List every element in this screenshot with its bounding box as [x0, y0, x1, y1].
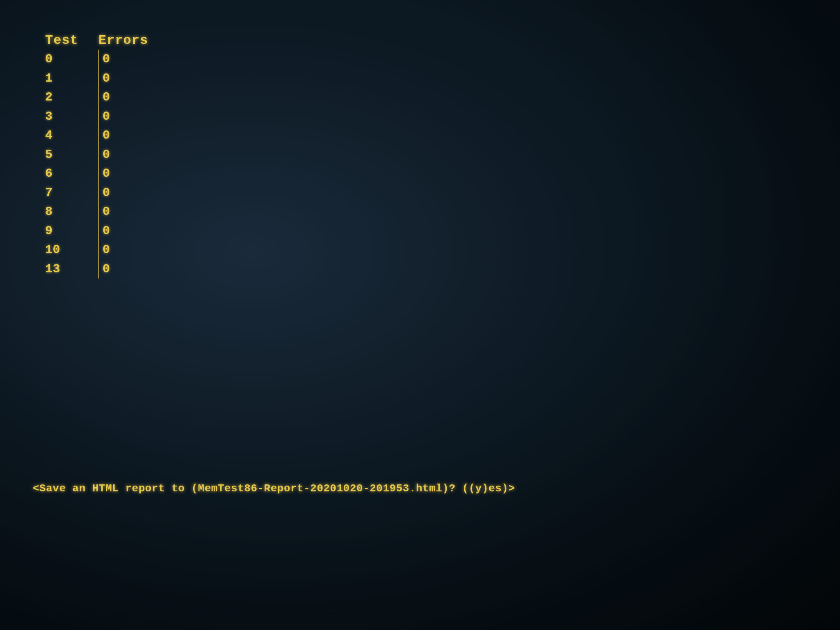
table-row: 0 [103, 202, 164, 221]
table-row: 3 [45, 107, 98, 126]
terminal-output: Test Errors 01234567891013 000000000000 [45, 33, 164, 278]
table-row: 0 [103, 107, 164, 126]
table-body: 01234567891013 000000000000 [45, 50, 164, 278]
table-row: 7 [45, 183, 98, 203]
table-row: 0 [103, 69, 164, 88]
table-row: 0 [103, 126, 164, 145]
table-row: 8 [45, 202, 98, 221]
test-column-header: Test [45, 33, 98, 48]
table-row: 13 [45, 260, 98, 279]
table-row: 0 [103, 164, 164, 183]
table-row: 2 [45, 88, 98, 107]
table-row: 0 [103, 50, 164, 69]
table-row: 0 [103, 183, 164, 203]
table-row: 0 [103, 145, 164, 164]
table-row: 6 [45, 164, 98, 183]
table-header-row: Test Errors [45, 33, 164, 48]
table-row: 10 [45, 240, 98, 260]
table-row: 0 [103, 221, 164, 241]
errors-column: 000000000000 [98, 50, 164, 278]
table-row: 0 [45, 50, 98, 69]
table-row: 5 [45, 145, 98, 164]
table-row: 9 [45, 221, 98, 241]
test-column: 01234567891013 [45, 50, 98, 278]
save-report-prompt[interactable]: <Save an HTML report to (MemTest86-Repor… [33, 482, 515, 495]
table-row: 0 [103, 240, 164, 260]
table-row: 4 [45, 126, 98, 145]
errors-column-header: Errors [98, 33, 164, 48]
table-row: 0 [103, 88, 164, 107]
results-table: Test Errors 01234567891013 000000000000 [45, 33, 164, 278]
table-row: 1 [45, 69, 98, 88]
table-row: 0 [103, 260, 164, 279]
